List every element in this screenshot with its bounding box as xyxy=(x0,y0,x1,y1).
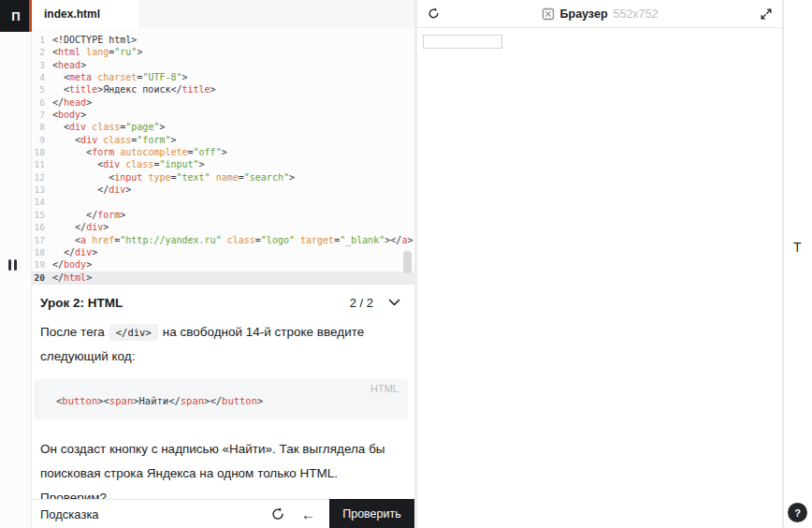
line-number: 1 xyxy=(32,34,52,46)
snippet-code: <button><span>Найти</span></button> xyxy=(56,395,263,406)
code-line[interactable]: 11 <div class="input"> xyxy=(32,158,414,170)
reset-code-button[interactable] xyxy=(270,506,285,521)
previous-step-button[interactable]: ← xyxy=(301,506,315,522)
line-number: 3 xyxy=(32,59,52,71)
snippet-language-label: HTML xyxy=(370,383,399,394)
code-line[interactable]: 18 </div> xyxy=(32,246,414,258)
editor-scrollbar-thumb[interactable] xyxy=(403,251,412,273)
code-line[interactable]: 15 </form> xyxy=(32,209,414,221)
code-line[interactable]: 5 <title>Яндекс поиск</title> xyxy=(32,83,414,95)
line-number: 6 xyxy=(32,96,52,109)
tab-index-html[interactable]: index.html xyxy=(32,0,138,28)
line-number: 4 xyxy=(32,71,52,83)
browser-title-group: Браузер 552x752 xyxy=(417,0,782,28)
viewport-icon xyxy=(542,7,555,21)
line-number: 20 xyxy=(32,271,52,284)
code-line[interactable]: 10 <form autocomplete="off"> xyxy=(32,146,414,158)
line-number: 7 xyxy=(32,109,52,121)
text-tool-button[interactable]: T xyxy=(793,240,802,255)
browser-title: Браузер xyxy=(560,7,608,21)
browser-preview-panel: Браузер 552x752 xyxy=(417,0,783,528)
code-line[interactable]: 12 <input type="text" name="search"> xyxy=(32,171,414,183)
line-number: 17 xyxy=(32,234,52,246)
code-line[interactable]: 7<body> xyxy=(32,109,414,121)
rendered-page-area xyxy=(417,28,782,49)
lesson-panel: Урок 2: HTML 2 / 2 После тега</div>на св… xyxy=(32,296,414,510)
chevron-down-icon xyxy=(388,299,400,307)
code-line[interactable]: 13 </div> xyxy=(32,183,414,196)
browser-header: Браузер 552x752 xyxy=(417,0,782,28)
code-line[interactable]: 8 <div class="page"> xyxy=(32,121,414,133)
line-number: 10 xyxy=(32,146,52,158)
editor-panel: index.html 1<!DOCTYPE html>2<html lang="… xyxy=(32,0,414,528)
code-line[interactable]: 6</head> xyxy=(32,96,414,109)
line-number: 18 xyxy=(32,246,52,258)
instruction-text-before: После тега xyxy=(40,325,105,339)
inline-code-chip: </div> xyxy=(109,324,158,341)
left-sidebar-strip: П xyxy=(0,0,32,528)
code-line[interactable]: 16 </div> xyxy=(32,221,414,233)
code-line[interactable]: 2<html lang="ru"> xyxy=(32,46,414,58)
line-number: 14 xyxy=(32,196,52,208)
code-line[interactable]: 9 <div class="form"> xyxy=(32,134,414,146)
line-number: 12 xyxy=(32,171,52,183)
code-line[interactable]: 3<head> xyxy=(32,59,414,71)
redo-circular-arrow-icon xyxy=(270,506,285,521)
browser-viewport-size: 552x752 xyxy=(614,7,659,21)
code-line[interactable]: 19</body> xyxy=(32,258,414,271)
praktikum-logo[interactable]: П xyxy=(0,0,32,32)
code-editor[interactable]: 1<!DOCTYPE html>2<html lang="ru">3<head>… xyxy=(32,28,414,285)
line-number: 8 xyxy=(32,121,52,133)
code-lines: 1<!DOCTYPE html>2<html lang="ru">3<head>… xyxy=(32,34,414,284)
lesson-footer-bar: Подсказка ← Проверить xyxy=(32,499,414,528)
code-line[interactable]: 4 <meta charset="UTF-8"> xyxy=(32,71,414,83)
hint-button[interactable]: Подсказка xyxy=(40,507,99,521)
line-number: 15 xyxy=(32,209,52,221)
tab-bar: index.html xyxy=(32,0,414,28)
line-number: 5 xyxy=(32,83,52,95)
code-snippet-block: HTML <button><span>Найти</span></button> xyxy=(34,379,408,419)
instruction-paragraph: После тега</div>на свободной 14-й строке… xyxy=(40,320,399,369)
line-number: 19 xyxy=(32,258,52,271)
lesson-header: Урок 2: HTML 2 / 2 xyxy=(40,296,400,310)
code-line[interactable]: 14 xyxy=(32,196,414,208)
right-sidebar-strip: T ? xyxy=(783,0,812,528)
code-line[interactable]: 20</html> xyxy=(32,271,414,284)
help-button[interactable]: ? xyxy=(788,503,807,522)
app-root: П index.html 1<!DOCTYPE html>2<html lang… xyxy=(0,0,812,528)
line-number: 2 xyxy=(32,46,52,58)
code-line[interactable]: 17 <a href="http://yandex.ru" class="log… xyxy=(32,234,414,246)
lesson-pager: 2 / 2 xyxy=(350,296,373,310)
logo-letter: П xyxy=(11,9,20,23)
line-number: 16 xyxy=(32,221,52,233)
check-button[interactable]: Проверить xyxy=(329,499,414,528)
line-number: 13 xyxy=(32,183,52,196)
line-number: 11 xyxy=(32,158,52,170)
lesson-title: Урок 2: HTML xyxy=(40,296,350,310)
panel-drag-handle-icon[interactable] xyxy=(8,259,17,271)
code-line[interactable]: 1<!DOCTYPE html> xyxy=(32,34,414,46)
collapse-lesson-button[interactable] xyxy=(388,299,400,307)
preview-search-input[interactable] xyxy=(423,35,502,49)
left-arrow-icon: ← xyxy=(301,506,315,522)
line-number: 9 xyxy=(32,134,52,146)
